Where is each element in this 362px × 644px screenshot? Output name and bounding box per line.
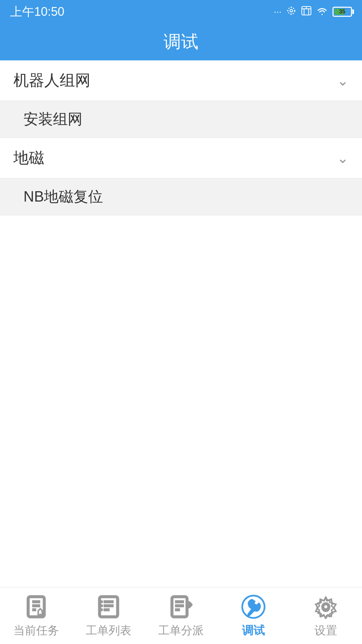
chevron-down-icon: ⌄ xyxy=(337,72,349,89)
tab-icon-debug xyxy=(240,593,267,620)
tab-settings[interactable]: 设置 xyxy=(290,587,362,644)
svg-point-0 xyxy=(290,9,293,12)
sub-item-label-nb-reset: NB地磁复位 xyxy=(23,187,103,207)
signal-icon: ··· xyxy=(274,6,282,17)
status-bar: 上午10:50 ··· xyxy=(0,0,362,23)
tab-icon-settings xyxy=(312,593,339,620)
accordion-label-robot-network: 机器人组网 xyxy=(13,70,90,91)
tab-work-order-dispatch[interactable]: 工单分派 xyxy=(145,587,217,644)
sub-item-nb-reset[interactable]: NB地磁复位 xyxy=(0,178,362,215)
tab-icon-work-order-list xyxy=(95,593,122,620)
wrench-icon xyxy=(240,593,267,620)
status-icons: ··· 35 xyxy=(274,6,352,18)
page-title: 调试 xyxy=(164,30,198,54)
accordion-item-geomagnetic: 地磁 ⌄ NB地磁复位 xyxy=(0,138,362,215)
status-time: 上午10:50 xyxy=(10,4,64,20)
accordion-label-geomagnetic: 地磁 xyxy=(13,148,44,168)
sub-item-install-network[interactable]: 安装组网 xyxy=(0,101,362,138)
tab-label-work-order-dispatch: 工单分派 xyxy=(158,623,204,638)
tab-label-settings: 设置 xyxy=(314,623,337,638)
accordion-header-geomagnetic[interactable]: 地磁 ⌄ xyxy=(0,138,362,178)
app-header: 调试 xyxy=(0,23,362,60)
tab-label-work-order-list: 工单列表 xyxy=(86,623,131,638)
location-icon xyxy=(286,6,296,18)
tab-debug[interactable]: 调试 xyxy=(217,587,290,644)
content-area: 机器人组网 ⌄ 安装组网 地磁 ⌄ NB地磁复位 xyxy=(0,60,362,215)
tab-icon-work-order-dispatch xyxy=(168,593,194,620)
dispatch-document-icon xyxy=(169,595,193,619)
accordion-header-robot-network[interactable]: 机器人组网 ⌄ xyxy=(0,60,362,101)
clipboard-bookmark-icon xyxy=(24,595,48,619)
chevron-down-icon-2: ⌄ xyxy=(337,150,349,166)
list-document-icon xyxy=(97,595,121,619)
tab-work-order-list[interactable]: 工单列表 xyxy=(72,587,145,644)
accordion-item-robot-network: 机器人组网 ⌄ 安装组网 xyxy=(0,60,362,138)
tab-label-current-task: 当前任务 xyxy=(13,623,59,638)
sim-icon xyxy=(301,6,312,18)
wifi-icon xyxy=(316,6,328,18)
tab-bar: 当前任务 工单列表 工单分派 xyxy=(0,587,362,644)
gear-icon xyxy=(314,595,338,619)
battery-icon: 35 xyxy=(333,7,352,17)
svg-point-1 xyxy=(288,7,295,14)
sub-item-label-install-network: 安装组网 xyxy=(23,109,82,129)
tab-icon-current-task xyxy=(23,593,50,620)
tab-label-debug: 调试 xyxy=(242,623,265,638)
tab-current-task[interactable]: 当前任务 xyxy=(0,587,72,644)
